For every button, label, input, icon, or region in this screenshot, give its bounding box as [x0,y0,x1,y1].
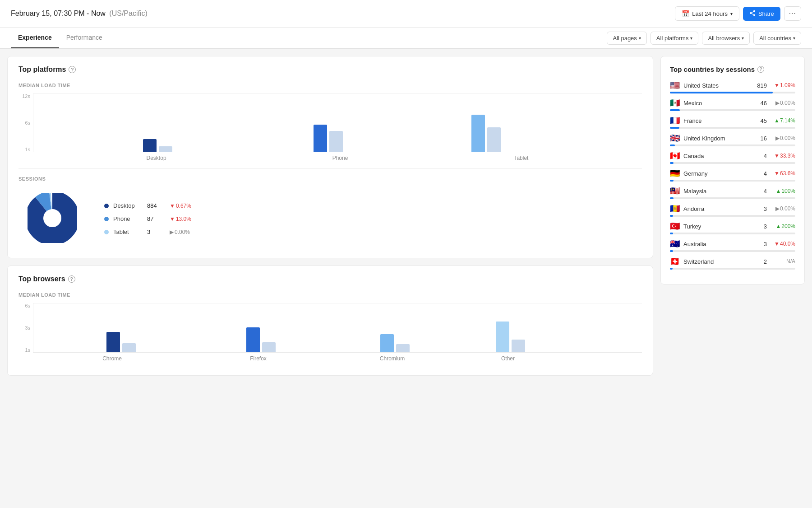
phone-bar-secondary [329,131,343,152]
mx-flag: 🇲🇽 [670,99,680,107]
legend-desktop: Desktop 884 ▼ 0.67% [104,202,191,209]
browsers-chart-area [33,303,642,353]
divider [18,168,642,169]
up-icon-my: ▲ [775,188,781,194]
share-button[interactable]: Share [743,7,780,21]
chevron-browsers-icon: ▾ [742,36,744,41]
more-button[interactable]: ··· [784,6,801,21]
browser-y-labels: 6s 3s 1s [18,303,33,353]
time-range-label: Last 24 hours [692,10,728,17]
ad-change: ▶ 0.00% [770,205,795,212]
desktop-bar-secondary [159,146,172,152]
platforms-x-labels: Desktop Phone Tablet [33,155,642,161]
filters-container: All pages ▾ All platforms ▾ All browsers… [607,28,801,48]
tablet-legend-name: Tablet [113,228,143,235]
pie-chart [28,193,77,244]
au-name: Australia [683,241,751,247]
browsers-median-load-label: MEDIAN LOAD TIME [18,292,642,298]
ca-flag: 🇨🇦 [670,152,680,160]
all-countries-filter[interactable]: All countries ▾ [753,32,801,45]
down-arrow-desktop: ▼ [170,203,175,209]
other-bar-group [496,322,525,352]
my-progress [670,197,795,199]
my-flag: 🇲🇾 [670,187,680,195]
up-icon-tr: ▲ [775,223,781,229]
tr-flag: 🇹🇷 [670,222,680,230]
time-range-button[interactable]: 📅 Last 24 hours ▾ [675,6,739,21]
de-sessions: 4 [754,170,767,177]
desktop-label: Desktop [147,155,166,161]
chrome-bar-primary [106,332,120,352]
tablet-change: ▶ 0.00% [170,229,190,235]
my-change: ▲ 100% [770,188,795,194]
datetime-text: February 15, 07:30 PM [11,9,85,17]
share-icon [749,10,756,18]
tab-experience[interactable]: Experience [11,28,59,48]
y-axis-labels: 12s 6s 1s [18,93,33,152]
chromium-bar-primary [380,334,394,352]
chromium-bar-group [380,334,410,352]
top-actions: 📅 Last 24 hours ▾ Share ··· [675,6,801,21]
up-icon-fr: ▲ [774,117,780,124]
phone-legend-name: Phone [113,215,143,222]
us-flag: 🇺🇸 [670,81,680,89]
chrome-x-label: Chrome [102,355,122,362]
down-icon-au: ▼ [774,241,780,247]
tabs-bar: Experience Performance All pages ▾ All p… [0,28,812,49]
fr-progress [670,127,795,129]
countries-title: Top countries by sessions ? [670,65,795,73]
ad-name: Andorra [683,205,751,212]
tr-sessions: 3 [754,223,767,230]
us-change: ▼ 1.09% [770,82,795,89]
tablet-bar-secondary [487,127,501,152]
firefox-x-label: Firefox [250,355,267,362]
timezone-text: (US/Pacific) [109,9,147,17]
other-x-label: Other [501,355,515,362]
ca-progress [670,162,795,164]
tablet-bar-group [471,115,501,152]
top-platforms-title: Top platforms ? [18,65,642,74]
firefox-bar-secondary [262,342,276,352]
all-pages-filter[interactable]: All pages ▾ [607,32,646,45]
au-progress [670,250,795,252]
tr-progress [670,233,795,234]
my-sessions: 4 [754,188,767,195]
us-progress [670,92,795,93]
phone-bar-primary [314,125,327,152]
de-flag: 🇩🇪 [670,169,680,177]
tr-name: Turkey [683,223,751,230]
desktop-legend-name: Desktop [113,202,143,209]
legend-tablet: Tablet 3 ▶ 0.00% [104,228,191,235]
platforms-chart-area [33,93,642,152]
ch-name: Switzerland [683,258,751,265]
ad-flag: 🇦🇩 [670,205,680,213]
tab-performance[interactable]: Performance [59,28,110,48]
all-pages-label: All pages [613,35,637,42]
chromium-bar-secondary [396,344,410,352]
chevron-countries-icon: ▾ [793,36,795,41]
other-bar-primary [496,322,509,352]
desktop-bar-group [143,139,172,152]
top-browsers-card: Top browsers ? MEDIAN LOAD TIME 6s 3s 1s [7,266,653,376]
uk-name: United Kingdom [683,135,751,142]
desktop-bar-primary [143,139,157,152]
datetime-end: Now [91,9,106,17]
chrome-bar-secondary [122,343,136,352]
neutral-icon-mx: ▶ [775,100,780,106]
browsers-info-icon: ? [68,275,75,283]
down-icon-ca: ▼ [774,153,780,159]
neutral-arrow-tablet: ▶ [170,229,174,235]
all-platforms-filter[interactable]: All platforms ▾ [651,32,699,45]
svg-line-3 [751,11,754,13]
de-progress [670,180,795,182]
ad-sessions: 3 [754,205,767,212]
tablet-dot [104,230,109,234]
down-icon-de: ▼ [774,170,780,177]
ca-name: Canada [683,153,751,159]
ch-flag: 🇨🇭 [670,257,680,266]
tablet-bar-primary [471,115,485,152]
svg-point-5 [34,200,70,236]
all-browsers-filter[interactable]: All browsers ▾ [702,32,750,45]
au-flag: 🇦🇺 [670,240,680,248]
chrome-bar-group [106,332,136,352]
